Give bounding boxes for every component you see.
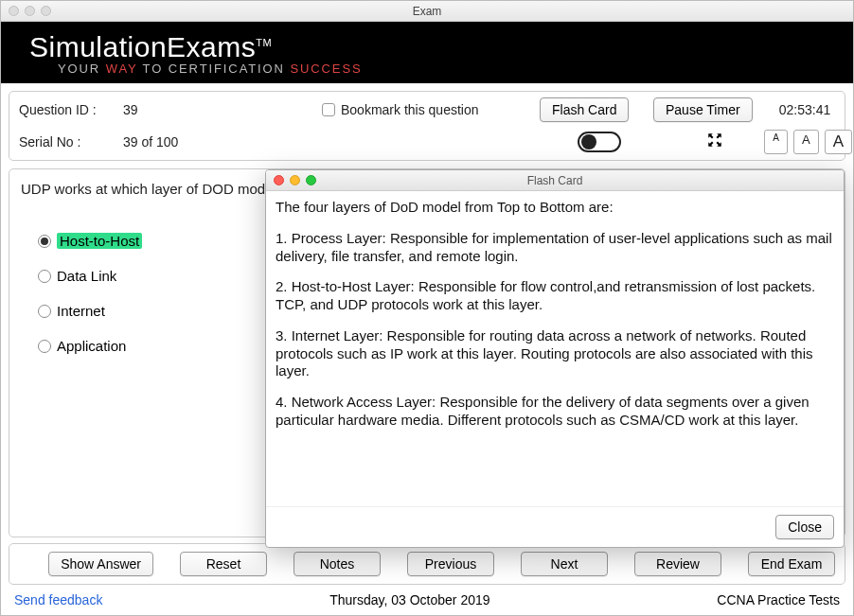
main-titlebar[interactable]: Exam [1, 1, 853, 22]
question-id-label: Question ID : [19, 102, 123, 117]
flash-minimize-dot-icon[interactable] [290, 175, 300, 185]
radio-icon[interactable] [38, 340, 51, 353]
radio-icon[interactable] [38, 305, 51, 318]
trademark-icon: TM [256, 37, 272, 48]
brand-name-text: SimulationExams [29, 31, 256, 62]
footer-exam-name: CCNA Practice Tests [717, 592, 840, 607]
brand-header: SimulationExamsTM YOUR WAY TO CERTIFICAT… [1, 22, 853, 83]
flash-card-footer: Close [266, 506, 844, 547]
maximize-dot-icon[interactable] [41, 6, 51, 16]
main-window-controls [9, 6, 51, 16]
flash-layer-1: 1. Process Layer: Responsible for implem… [276, 230, 834, 266]
info-panel: Question ID : 39 Bookmark this question … [9, 91, 845, 161]
close-dot-icon[interactable] [9, 6, 19, 16]
next-button[interactable]: Next [521, 552, 608, 576]
serial-no-value: 39 of 100 [123, 134, 322, 150]
option-4-label: Application [57, 338, 126, 354]
flash-card-titlebar[interactable]: Flash Card [266, 170, 844, 191]
flash-close-dot-icon[interactable] [274, 175, 284, 185]
flash-close-button[interactable]: Close [775, 515, 834, 539]
tagline-prefix: YOUR [58, 62, 100, 76]
notes-button[interactable]: Notes [294, 552, 381, 576]
flash-maximize-dot-icon[interactable] [306, 175, 316, 185]
flash-card-modal: Flash Card The four layers of DoD model … [265, 169, 845, 548]
font-size-group: A A A [757, 130, 852, 154]
review-button[interactable]: Review [634, 552, 721, 576]
flash-card-body[interactable]: The four layers of DoD model from Top to… [266, 191, 844, 506]
pause-timer-button[interactable]: Pause Timer [653, 97, 753, 122]
dark-mode-toggle[interactable] [578, 132, 621, 152]
question-id-value: 39 [123, 102, 322, 117]
bookmark-checkbox[interactable]: Bookmark this question [322, 102, 540, 117]
flash-layer-4: 4. Network Access Layer: Responsible for… [276, 394, 834, 430]
end-exam-button[interactable]: End Exam [748, 552, 835, 576]
brand-tagline: YOUR WAY TO CERTIFICATION SUCCESS [29, 62, 825, 76]
minimize-dot-icon[interactable] [25, 6, 35, 16]
checkbox-icon[interactable] [322, 103, 335, 116]
footer-date: Thursday, 03 October 2019 [329, 592, 489, 607]
option-1-label: Host-to-Host [57, 233, 142, 249]
bookmark-label: Bookmark this question [341, 102, 479, 117]
fullscreen-icon [706, 132, 723, 149]
footer-row: Send feedback Thursday, 03 October 2019 … [1, 585, 853, 615]
font-size-small-button[interactable]: A [764, 130, 788, 154]
reset-button[interactable]: Reset [180, 552, 267, 576]
flash-layer-2: 2. Host-to-Host Layer: Responsible for f… [276, 278, 834, 314]
serial-no-label: Serial No : [19, 134, 123, 150]
tagline-way: WAY [106, 62, 138, 76]
bottom-button-bar: Show Answer Reset Notes Previous Next Re… [9, 543, 845, 585]
font-size-medium-button[interactable]: A [793, 130, 819, 154]
previous-button[interactable]: Previous [407, 552, 494, 576]
fullscreen-button[interactable] [672, 132, 757, 153]
brand-name: SimulationExamsTM [29, 31, 825, 63]
radio-icon[interactable] [38, 235, 51, 248]
main-window-title: Exam [413, 5, 442, 18]
flash-card-button[interactable]: Flash Card [540, 97, 629, 122]
flash-intro: The four layers of DoD model from Top to… [276, 199, 834, 217]
flash-layer-3: 3. Internet Layer: Responsible for routi… [276, 327, 834, 380]
tagline-mid: TO CERTIFICATION [143, 62, 285, 76]
send-feedback-link[interactable]: Send feedback [14, 592, 102, 607]
timer-display: 02:53:41 [757, 102, 852, 117]
tagline-success: SUCCESS [290, 62, 362, 76]
option-2-label: Data Link [57, 268, 116, 284]
radio-icon[interactable] [38, 270, 51, 283]
font-size-large-button[interactable]: A [825, 130, 852, 154]
flash-card-title: Flash Card [527, 174, 583, 187]
option-3-label: Internet [57, 303, 105, 319]
toggle-knob-icon [581, 134, 596, 150]
show-answer-button[interactable]: Show Answer [48, 552, 153, 576]
